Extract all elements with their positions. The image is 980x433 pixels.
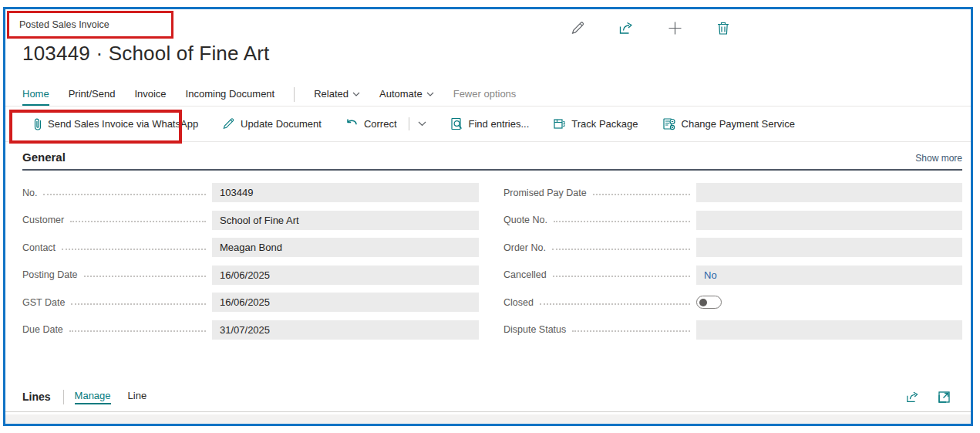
dotted-leader xyxy=(71,303,206,305)
field-row-customer: Customer School of Fine Art xyxy=(22,207,479,235)
tab-incoming-document[interactable]: Incoming Document xyxy=(186,83,275,106)
dotted-leader xyxy=(43,194,206,195)
annotation-box-caption: Posted Sales Invoice xyxy=(7,11,173,39)
tab-home[interactable]: Home xyxy=(22,83,49,106)
chevron-down-icon xyxy=(352,92,360,96)
field-row-gst-date: GST Date 16/06/2025 xyxy=(22,289,479,316)
posting-date-field[interactable]: 16/06/2025 xyxy=(212,266,479,285)
lines-grid-divider xyxy=(5,411,971,412)
order-no-field[interactable] xyxy=(696,238,962,257)
customer-field[interactable]: School of Fine Art xyxy=(212,211,479,230)
promised-pay-date-field[interactable] xyxy=(696,183,962,202)
paperclip-icon xyxy=(33,117,42,130)
action-bar: Send Sales Invoice via WhatsApp Correct … xyxy=(5,107,971,142)
tab-fewer-options[interactable]: Fewer options xyxy=(453,83,517,106)
page-title: 103449 · School of Fine Art xyxy=(22,42,270,66)
tab-automate[interactable]: Automate xyxy=(379,83,434,106)
track-package-action[interactable]: Track Package xyxy=(553,117,638,130)
general-left-column: No. 103449 Customer School of Fine Art C… xyxy=(22,179,479,343)
open-in-window-icon xyxy=(938,391,951,404)
field-row-contact: Contact Meagan Bond xyxy=(22,234,479,262)
chevron-down-icon xyxy=(426,92,434,96)
contact-field[interactable]: Meagan Bond xyxy=(212,238,479,257)
dotted-leader xyxy=(554,221,690,222)
quote-no-field[interactable] xyxy=(696,211,962,230)
field-row-dispute-status: Dispute Status xyxy=(503,316,962,344)
change-payment-service-action[interactable]: Change Payment Service xyxy=(662,117,795,130)
send-whatsapp-action[interactable]: Send Sales Invoice via WhatsApp xyxy=(33,117,198,130)
dotted-leader xyxy=(572,330,690,332)
share-button[interactable] xyxy=(618,19,635,36)
edit-button[interactable] xyxy=(569,19,586,36)
split-button-divider xyxy=(409,117,409,130)
share-icon xyxy=(905,391,920,404)
show-more-link[interactable]: Show more xyxy=(915,153,962,164)
delete-button[interactable] xyxy=(715,19,732,36)
dotted-leader xyxy=(540,303,690,305)
lines-part-header: Lines Manage Line xyxy=(22,386,951,408)
field-row-no: No. 103449 xyxy=(22,179,479,207)
dotted-leader xyxy=(553,276,690,277)
pencil-icon xyxy=(222,117,235,130)
payment-service-icon xyxy=(662,117,676,130)
field-row-promised-pay-date: Promised Pay Date xyxy=(503,179,962,207)
tab-invoice[interactable]: Invoice xyxy=(134,83,166,106)
lines-divider xyxy=(63,390,64,404)
dotted-leader xyxy=(69,330,206,332)
dispute-status-field[interactable] xyxy=(696,320,962,340)
chevron-down-icon[interactable] xyxy=(418,121,426,127)
dotted-leader xyxy=(84,276,206,277)
plus-icon xyxy=(668,21,682,36)
open-in-window-button[interactable] xyxy=(938,391,951,404)
page-caption: Posted Sales Invoice xyxy=(19,19,109,30)
tab-divider xyxy=(294,87,295,102)
closed-toggle[interactable] xyxy=(696,296,722,309)
lines-share-button[interactable] xyxy=(905,391,920,404)
field-row-quote-no: Quote No. xyxy=(503,207,962,235)
pencil-icon xyxy=(571,21,585,36)
lines-grid-header-strip xyxy=(5,414,971,424)
ribbon-tab-bar: Home Print/Send Invoice Incoming Documen… xyxy=(5,83,971,107)
due-date-field[interactable]: 31/07/2025 xyxy=(212,320,479,340)
field-row-due-date: Due Date 31/07/2025 xyxy=(22,316,479,344)
dotted-leader xyxy=(62,249,206,250)
find-entries-action[interactable]: Find entries... xyxy=(450,117,530,130)
general-heading[interactable]: General xyxy=(22,151,66,164)
lines-tab-manage[interactable]: Manage xyxy=(75,390,111,404)
new-button[interactable] xyxy=(666,19,683,36)
field-row-order-no: Order No. xyxy=(503,234,962,262)
dotted-leader xyxy=(593,194,690,195)
tab-print-send[interactable]: Print/Send xyxy=(69,83,116,106)
field-row-posting-date: Posting Date 16/06/2025 xyxy=(22,262,479,289)
dotted-leader xyxy=(552,249,690,250)
field-row-cancelled: Cancelled No xyxy=(503,262,962,289)
share-icon xyxy=(618,21,634,36)
toggle-knob xyxy=(699,299,707,306)
correct-action[interactable]: Correct xyxy=(345,117,426,130)
update-document-action[interactable]: Correct Update Document xyxy=(222,117,322,130)
undo-icon xyxy=(345,118,359,130)
gst-date-field[interactable]: 16/06/2025 xyxy=(212,293,479,312)
system-action-bar xyxy=(569,19,732,36)
lines-tab-line[interactable]: Line xyxy=(128,390,147,404)
cancelled-field[interactable]: No xyxy=(696,266,962,285)
no-field[interactable]: 103449 xyxy=(212,183,479,202)
package-icon xyxy=(553,117,566,130)
lines-heading[interactable]: Lines xyxy=(22,391,51,403)
tab-related[interactable]: Related xyxy=(314,83,360,106)
find-entries-icon xyxy=(450,117,463,130)
field-row-closed: Closed xyxy=(503,289,962,316)
trash-icon xyxy=(716,21,730,36)
general-right-column: Promised Pay Date Quote No. Order No. Ca… xyxy=(503,179,962,343)
general-fasttab: General Show more No. 103449 Customer Sc… xyxy=(22,151,962,343)
dotted-leader xyxy=(70,221,206,222)
posted-sales-invoice-page: Posted Sales Invoice xyxy=(3,7,973,426)
